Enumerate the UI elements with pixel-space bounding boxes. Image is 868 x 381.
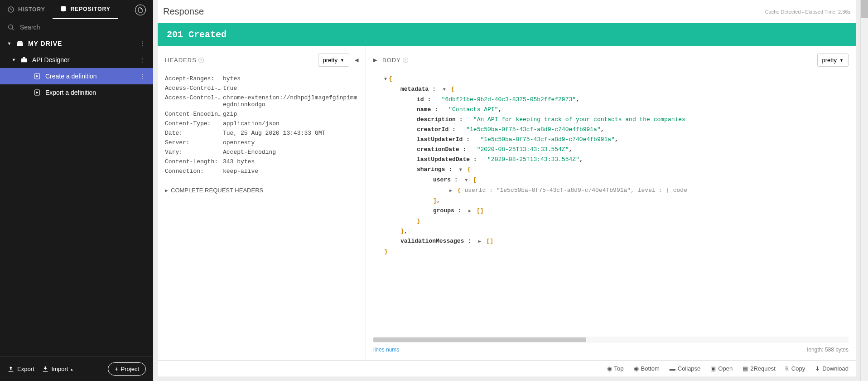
search-input[interactable] <box>20 24 146 31</box>
drive-header[interactable]: ▼ MY DRIVE ⋮ <box>0 35 153 52</box>
copy-button[interactable]: ⎘Copy <box>786 365 805 372</box>
open-button[interactable]: ▣Open <box>710 365 733 372</box>
import-button[interactable]: Import ▴ <box>42 366 73 373</box>
sidebar-footer: Export Import ▴ + Project <box>0 357 153 381</box>
header-row: Access-Control-Al…true <box>165 83 358 93</box>
export-button[interactable]: Export <box>7 366 34 373</box>
status-bar: 201 Created <box>158 23 856 46</box>
caret-down-icon: ▼ <box>7 41 12 46</box>
more-icon[interactable]: ⋮ <box>140 56 146 64</box>
toggle-icon[interactable]: ▶ <box>449 188 452 193</box>
toggle-icon[interactable]: ▼ <box>443 87 446 92</box>
header-row: Server:openresty <box>165 138 358 147</box>
help-icon[interactable]: ? <box>403 58 408 63</box>
header-value: true <box>223 85 358 92</box>
more-icon[interactable]: ⋮ <box>140 73 146 80</box>
body-panel: ▶ BODY ? pretty ▼ ▼{ metadata : ▼ { id :… <box>366 46 856 360</box>
json-viewer[interactable]: ▼{ metadata : ▼ { id : "6dbf21be-9b2d-40… <box>373 74 849 337</box>
header-row: Vary:Accept-Encoding <box>165 147 358 157</box>
headers-title: HEADERS ? <box>165 57 204 64</box>
drive-label: MY DRIVE <box>28 40 62 47</box>
drive-icon <box>16 40 24 47</box>
header-value: gzip <box>223 111 358 117</box>
sidebar-item-export-definition[interactable]: Export a definition <box>0 84 153 101</box>
header-row: Content-Type:application/json <box>165 119 358 128</box>
panels: HEADERS ? pretty ▼ ◀ Accept-Ranges:bytes… <box>158 46 856 360</box>
tab-repository[interactable]: REPOSITORY <box>53 0 118 19</box>
status-text: 201 Created <box>167 29 227 40</box>
collapse-button[interactable]: ▬Collapse <box>670 365 701 372</box>
add-circle-button[interactable] <box>135 5 146 15</box>
toggle-icon[interactable]: ▼ <box>459 167 462 172</box>
response-title: Response <box>163 6 204 17</box>
torequest-button[interactable]: ▤2Request <box>743 365 776 372</box>
horizontal-scrollbar[interactable] <box>373 337 849 343</box>
collapse-arrow-left[interactable]: ◀ <box>355 57 358 63</box>
body-panel-head: ▶ BODY ? pretty ▼ <box>373 54 849 67</box>
header-value: bytes <box>223 75 358 82</box>
download-button[interactable]: ⬇Download <box>815 365 849 372</box>
open-icon: ▣ <box>710 365 716 372</box>
response-header: Response Cache Detected - Elapsed Time: … <box>158 0 856 23</box>
upload-icon <box>7 366 14 373</box>
headers-panel-head: HEADERS ? pretty ▼ ◀ <box>165 54 358 67</box>
project-button[interactable]: + Project <box>108 362 146 376</box>
collapse-icon: ▬ <box>670 365 675 372</box>
history-icon <box>7 6 14 13</box>
download-icon <box>42 366 49 373</box>
cache-text: Cache Detected - Elapsed Time: 2.36s <box>765 9 850 15</box>
select-label: pretty <box>323 57 338 64</box>
sidebar: HISTORY REPOSITORY ▼ MY DRIVE ⋮ ▼ API De… <box>0 0 153 381</box>
caret-right-icon: ▸ <box>165 187 168 194</box>
tab-history[interactable]: HISTORY <box>0 0 53 19</box>
header-key: Access-Control-Al… <box>165 94 223 108</box>
header-value: application/json <box>223 120 358 127</box>
sidebar-item-label: Export a definition <box>45 89 96 96</box>
header-key: Date: <box>165 130 223 137</box>
tab-label: REPOSITORY <box>71 6 111 12</box>
header-key: Content-Type: <box>165 120 223 127</box>
play-file-icon <box>34 89 41 96</box>
header-key: Connection: <box>165 168 223 175</box>
header-key: Vary: <box>165 149 223 156</box>
toggle-icon[interactable]: ▼ <box>384 77 387 82</box>
body-footer: lines nums length: 588 bytes <box>373 343 849 353</box>
btn-label: Export <box>17 366 34 372</box>
sidebar-item-create-definition[interactable]: Create a definition ⋮ <box>0 68 153 84</box>
header-key: Access-Control-Al… <box>165 85 223 92</box>
sidebar-item-label: API Designer <box>32 56 69 64</box>
expand-arrow-right[interactable]: ▶ <box>373 57 377 63</box>
circle-up-icon: ◉ <box>607 365 612 372</box>
svg-rect-5 <box>21 59 27 63</box>
btn-label: Import <box>52 366 68 372</box>
help-icon[interactable]: ? <box>198 58 204 63</box>
database-icon <box>60 5 67 13</box>
header-row: Date:Tue, 25 Aug 2020 13:43:33 GMT <box>165 128 358 138</box>
header-row: Content-Length:343 bytes <box>165 157 358 166</box>
lines-nums-toggle[interactable]: lines nums <box>373 347 399 353</box>
svg-marker-7 <box>37 75 38 77</box>
toggle-icon[interactable]: ▶ <box>468 209 471 214</box>
sidebar-item-project[interactable]: ▼ API Designer ⋮ <box>0 52 153 68</box>
toggle-icon[interactable]: ▼ <box>465 178 468 183</box>
top-button[interactable]: ◉Top <box>607 365 624 372</box>
header-key: Content-Encoding: <box>165 111 223 117</box>
header-value: keep-alive <box>223 168 358 175</box>
format-select[interactable]: pretty ▼ <box>318 54 349 67</box>
sidebar-item-label: Create a definition <box>45 73 97 80</box>
bottom-button[interactable]: ◉Bottom <box>634 365 660 372</box>
more-icon[interactable]: ⋮ <box>139 40 146 47</box>
format-select[interactable]: pretty ▼ <box>817 54 849 67</box>
circle-down-icon: ◉ <box>634 365 639 372</box>
header-key: Content-Length: <box>165 158 223 165</box>
svg-marker-9 <box>37 92 38 93</box>
caret-down-icon: ▼ <box>839 58 844 63</box>
toggle-icon[interactable]: ▶ <box>478 239 481 244</box>
svg-line-3 <box>12 29 14 30</box>
vertical-scrollbar[interactable] <box>860 0 868 381</box>
complete-request-headers[interactable]: ▸ COMPLETE REQUEST HEADERS <box>165 187 358 194</box>
main: Response Cache Detected - Elapsed Time: … <box>153 0 860 381</box>
header-value: Tue, 25 Aug 2020 13:43:33 GMT <box>223 130 358 137</box>
download-icon: ⬇ <box>815 365 820 372</box>
action-bar: ◉Top ◉Bottom ▬Collapse ▣Open ▤2Request ⎘… <box>158 360 856 376</box>
